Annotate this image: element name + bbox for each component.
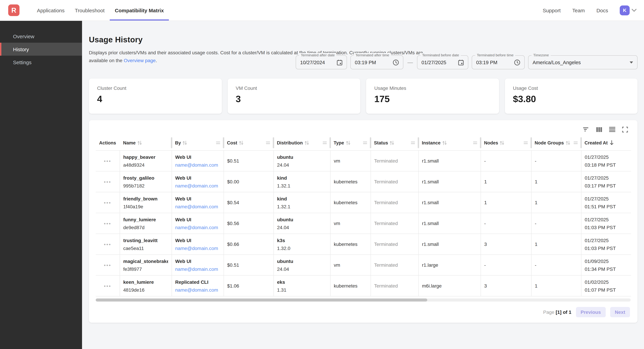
cell-name: friendly_brown1f40a19e	[120, 192, 172, 213]
created-time: 01:07 PM PST	[585, 287, 628, 293]
density-icon[interactable]	[609, 127, 615, 132]
column-header-created-at[interactable]: Created At	[581, 135, 631, 151]
sort-icon[interactable]	[566, 140, 570, 145]
sort-desc-icon[interactable]	[610, 140, 614, 146]
cell-instance: r1.small	[418, 234, 480, 255]
row-actions-button[interactable]: •••	[104, 241, 112, 247]
cell-node-groups: 1	[531, 192, 581, 213]
table-row: •••happy_beavera48d9324Web UIname@domain…	[96, 151, 631, 171]
table-row: •••funny_lumierede9ed87dWeb UIname@domai…	[96, 213, 631, 234]
row-actions-button[interactable]: •••	[104, 179, 112, 185]
show-hide-columns-icon[interactable]	[596, 127, 602, 132]
next-page-button[interactable]: Next	[610, 307, 630, 318]
sidebar-item-history[interactable]: History	[0, 43, 82, 56]
sort-icon[interactable]	[183, 140, 187, 145]
sort-icon[interactable]	[390, 140, 394, 145]
column-drag-handle[interactable]	[363, 141, 367, 145]
terminated-after-date-input[interactable]: Terminated after date 10/27/2024	[296, 55, 347, 69]
cell-by: Web UIname@domain.com	[172, 255, 224, 276]
column-header-by[interactable]: By	[172, 135, 224, 151]
page-title: Usage History	[89, 35, 638, 44]
column-drag-handle[interactable]	[411, 141, 415, 145]
row-actions-button[interactable]: •••	[104, 262, 112, 268]
column-drag-handle[interactable]	[473, 141, 477, 145]
created-date: 01/27/2025	[585, 238, 628, 243]
column-drag-handle[interactable]	[574, 141, 578, 145]
cell-node-groups: 1	[531, 171, 581, 192]
usage-history-table: ActionsNameByCostDistributionTypeStatusI…	[96, 135, 631, 297]
terminated-before-time-input[interactable]: Terminated before time 03:19 PM	[472, 55, 525, 69]
column-drag-handle[interactable]	[266, 141, 270, 145]
column-header-name[interactable]: Name	[120, 135, 172, 151]
cluster-id: a48d9324	[123, 162, 168, 168]
horizontal-scrollbar-thumb[interactable]	[96, 299, 428, 302]
cluster-name: trusting_leavitt	[123, 238, 168, 243]
created-by-email-link[interactable]: name@domain.com	[175, 266, 218, 272]
status-badge: Terminated	[374, 200, 398, 205]
cell-nodes: 1	[480, 192, 531, 213]
created-by-email-link[interactable]: name@domain.com	[175, 246, 218, 251]
calendar-icon[interactable]	[458, 59, 464, 65]
created-by-email-link[interactable]: name@domain.com	[175, 287, 218, 293]
fullscreen-icon[interactable]	[622, 127, 628, 132]
terminated-before-date-input[interactable]: Terminated before date 01/27/2025	[417, 55, 468, 69]
clock-icon[interactable]	[514, 59, 520, 65]
sort-icon[interactable]	[138, 140, 142, 145]
tab-applications[interactable]: Applications	[32, 0, 70, 20]
sidebar-item-settings[interactable]: Settings	[0, 56, 82, 69]
nav-link-support[interactable]: Support	[543, 7, 560, 13]
timezone-select[interactable]: Timezone America/Los_Angeles	[528, 55, 638, 69]
terminated-after-date-value: 10/27/2024	[300, 60, 325, 65]
created-date: 01/02/2025	[585, 279, 628, 285]
created-by-email-link[interactable]: name@domain.com	[175, 204, 218, 209]
sort-icon[interactable]	[346, 140, 350, 145]
sort-icon[interactable]	[500, 140, 504, 145]
nav-link-team[interactable]: Team	[572, 7, 585, 13]
tab-compatibility-matrix[interactable]: Compatibility Matrix	[110, 0, 169, 20]
created-by-email-link[interactable]: name@domain.com	[175, 225, 218, 230]
account-menu[interactable]: K	[620, 5, 636, 15]
row-actions-button[interactable]: •••	[104, 158, 112, 164]
column-header-distribution[interactable]: Distribution	[274, 135, 330, 151]
created-by-source: Web UI	[175, 259, 220, 264]
column-header-type[interactable]: Type	[330, 135, 370, 151]
terminated-before-date-value: 01/27/2025	[422, 60, 446, 65]
column-label: Name	[123, 140, 136, 145]
horizontal-scrollbar-track[interactable]	[96, 299, 631, 302]
column-header-instance[interactable]: Instance	[418, 135, 480, 151]
column-drag-handle[interactable]	[323, 141, 327, 145]
column-header-status[interactable]: Status	[370, 135, 418, 151]
sort-icon[interactable]	[239, 140, 244, 145]
calendar-icon[interactable]	[337, 59, 342, 65]
row-actions-button[interactable]: •••	[104, 221, 112, 226]
row-actions-button[interactable]: •••	[104, 283, 112, 289]
terminated-after-time-input[interactable]: Terminated after time 03:19 PM	[350, 55, 403, 69]
stat-card-usage-cost: Usage Cost $3.80	[505, 79, 638, 114]
column-header-node-groups[interactable]: Node Groups	[531, 135, 581, 151]
previous-page-button[interactable]: Previous	[576, 307, 606, 318]
created-by-email-link[interactable]: name@domain.com	[175, 183, 218, 189]
nav-tabs: Applications Troubleshoot Compatibility …	[32, 0, 169, 20]
overview-page-link[interactable]: Overview page	[124, 57, 156, 63]
cluster-id: 4819de16	[123, 287, 168, 293]
column-drag-handle[interactable]	[216, 141, 220, 145]
app-viewport: R Applications Troubleshoot Compatibilit…	[0, 0, 644, 349]
clock-icon[interactable]	[393, 59, 399, 65]
column-label: Cost	[227, 140, 237, 145]
column-drag-handle[interactable]	[524, 141, 528, 145]
page-indicator: Page [1] of 1	[543, 310, 571, 315]
cell-distribution: ubuntu24.04	[274, 255, 330, 276]
replicated-logo[interactable]: R	[8, 4, 20, 16]
created-by-source: Replicated CLI	[175, 279, 220, 285]
sort-icon[interactable]	[442, 140, 447, 145]
tab-troubleshoot[interactable]: Troubleshoot	[70, 0, 110, 20]
column-header-nodes[interactable]: Nodes	[480, 135, 531, 151]
row-actions-button[interactable]: •••	[104, 200, 112, 206]
stat-label: Cluster Count	[97, 85, 214, 91]
sidebar-item-overview[interactable]: Overview	[0, 30, 82, 43]
created-by-email-link[interactable]: name@domain.com	[175, 162, 218, 168]
filter-icon[interactable]	[583, 127, 589, 132]
sort-icon[interactable]	[304, 140, 309, 145]
nav-link-docs[interactable]: Docs	[596, 7, 608, 13]
column-header-cost[interactable]: Cost	[224, 135, 274, 151]
